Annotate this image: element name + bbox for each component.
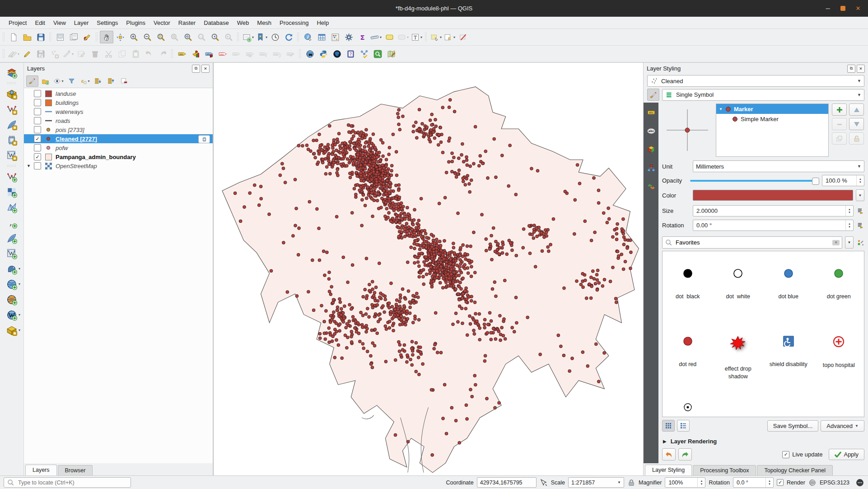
icon-view-button[interactable] [662, 420, 675, 432]
osm-place-search[interactable] [303, 47, 317, 60]
minimize-button[interactable]: ─ [824, 5, 831, 12]
color-button[interactable] [693, 190, 853, 201]
list-view-button[interactable] [677, 420, 690, 432]
symbol-search-box[interactable]: ✕ [662, 236, 842, 249]
symbol-preset-dot-red[interactable]: dot red [663, 325, 713, 393]
zoom-out[interactable] [140, 31, 154, 43]
data-defined-override-size[interactable] [856, 207, 864, 215]
add-mesh-layer[interactable] [4, 200, 20, 214]
unit-selector[interactable]: Millimeters ▼ [693, 160, 864, 172]
style-undo-button[interactable] [662, 448, 676, 461]
zoom-to-layer[interactable] [181, 31, 195, 43]
filter-legend[interactable] [65, 75, 78, 87]
coordinate-input[interactable]: 429734,1675795 [477, 477, 537, 488]
opacity-slider[interactable] [690, 177, 819, 185]
layer-visibility-checkbox[interactable] [34, 117, 41, 124]
add-raster-layer[interactable] [4, 185, 20, 199]
symbol-tree-simple-marker-row[interactable]: Simple Marker [716, 114, 828, 124]
manage-map-themes[interactable]: ▾ [52, 75, 65, 87]
symbol-search-input[interactable] [676, 239, 830, 246]
spatial-bookmarks[interactable]: ▾ [255, 31, 268, 43]
show-layout-manager[interactable] [67, 31, 80, 43]
add-wms-layer[interactable]: ▾ [4, 277, 20, 291]
symbol-preset-shield-disability[interactable]: shield disability [763, 325, 814, 393]
lock-scale-icon[interactable] [627, 479, 635, 487]
labels-tab[interactable]: abc [645, 106, 657, 118]
layer-row-roads[interactable]: roads [24, 116, 213, 125]
menu-project[interactable]: Project [5, 18, 31, 28]
layer-row-pofw[interactable]: pofw [24, 143, 213, 152]
new-shapefile-layer[interactable] [4, 102, 20, 116]
opacity-spinbox[interactable]: 100.0 % ▲▼ [822, 175, 864, 186]
filter-by-expression[interactable]: ε▾ [79, 75, 91, 87]
color-dropdown-button[interactable]: ▼ [856, 189, 864, 201]
scale-combobox[interactable]: 1:271857▼ [568, 477, 624, 488]
style-manager[interactable] [80, 31, 94, 43]
layer-visibility-checkbox[interactable] [34, 144, 41, 151]
remove-layer[interactable] [118, 75, 130, 87]
identify-features[interactable]: i [301, 31, 315, 43]
mask-tab[interactable]: abc [645, 125, 657, 137]
layers-panel-float-button[interactable]: ⧉ [192, 65, 200, 73]
menu-edit[interactable]: Edit [31, 18, 49, 28]
open-layer-styling[interactable] [26, 75, 38, 87]
layer-visibility-checkbox[interactable]: ✓ [34, 135, 41, 142]
collapse-all[interactable] [105, 75, 117, 87]
layer-visibility-checkbox[interactable] [34, 126, 41, 133]
styling-panel-float-button[interactable]: ⧉ [847, 65, 855, 73]
live-update-checkbox[interactable]: ✓ [782, 451, 789, 458]
data-defined-override-rotation[interactable] [856, 221, 864, 230]
refresh-map[interactable] [282, 31, 295, 43]
sum-line-lengths[interactable]: Σ [355, 31, 369, 43]
menu-settings[interactable]: Settings [93, 18, 122, 28]
spin-arrows[interactable]: ▲▼ [845, 220, 853, 230]
save-project[interactable] [34, 31, 47, 43]
measure-line[interactable]: ▾ [369, 31, 383, 43]
annotation[interactable] [383, 31, 396, 43]
magnifier-spinbox[interactable]: 100%▲▼ [665, 477, 705, 488]
layers-panel-close-button[interactable]: ✕ [201, 65, 210, 73]
add-vector-layer[interactable] [4, 169, 20, 183]
tab-layers[interactable]: Layers [25, 465, 57, 475]
rotation-spinbox[interactable]: 0.00 ° ▲▼ [693, 220, 854, 231]
toggle-editing[interactable] [20, 47, 34, 60]
maximize-button[interactable] [840, 6, 845, 11]
quickosm[interactable] [384, 47, 398, 60]
styling-layer-selector[interactable]: Cleaned ▼ [647, 75, 864, 87]
layer-visibility-checkbox[interactable] [34, 99, 41, 106]
processing-toolbox[interactable] [342, 31, 355, 43]
spin-arrows[interactable]: ▲▼ [845, 206, 853, 216]
zoom-full[interactable] [154, 31, 168, 43]
symbol-filter-dropdown[interactable]: ▼ [845, 236, 854, 249]
menu-processing[interactable]: Processing [275, 18, 313, 28]
close-button[interactable]: ✕ [854, 5, 862, 12]
new-spatialite-layer[interactable] [4, 118, 20, 132]
menu-web[interactable]: Web [233, 18, 253, 28]
deselect-features[interactable] [456, 31, 470, 43]
temporal-controller[interactable] [268, 31, 282, 43]
python-console[interactable] [317, 47, 330, 60]
expand-all[interactable] [92, 75, 104, 87]
symbol-preset-topo-pop-capital[interactable]: topo pop capital [663, 393, 713, 417]
tab-topology-checker-panel[interactable]: Topology Checker Panel [757, 465, 833, 475]
history-tab[interactable] [645, 180, 657, 193]
layer-row-cleaned-2727[interactable]: ✓Cleaned [2727] [24, 134, 213, 143]
symbol-preset-dot-black[interactable]: dot black [663, 258, 713, 325]
symbol-preset-effect-drop-shadow[interactable]: effect drop shadow [713, 325, 764, 393]
clear-search-icon[interactable]: ✕ [832, 240, 840, 245]
size-spinbox[interactable]: 2.00000 ▲▼ [693, 205, 854, 216]
spin-arrows[interactable]: ▲▼ [697, 478, 705, 487]
layer-row-buildings[interactable]: buildings [24, 98, 213, 107]
locate-input[interactable] [17, 479, 128, 486]
zoom-last[interactable] [208, 31, 222, 43]
add-group[interactable] [39, 75, 51, 87]
memory-layer-indicator-icon[interactable] [198, 135, 210, 143]
add-wfs-layer[interactable]: ▾ [4, 308, 20, 322]
save-symbol-button[interactable]: Save Symbol... [767, 420, 818, 432]
layer-visibility-checkbox[interactable] [34, 108, 41, 115]
view3d-tab[interactable] [645, 143, 657, 155]
diagrams-tab[interactable] [645, 162, 657, 174]
open-project[interactable] [20, 31, 34, 43]
new-memory-layer[interactable] [4, 133, 20, 147]
text-annotation[interactable]: T▾ [410, 31, 423, 43]
